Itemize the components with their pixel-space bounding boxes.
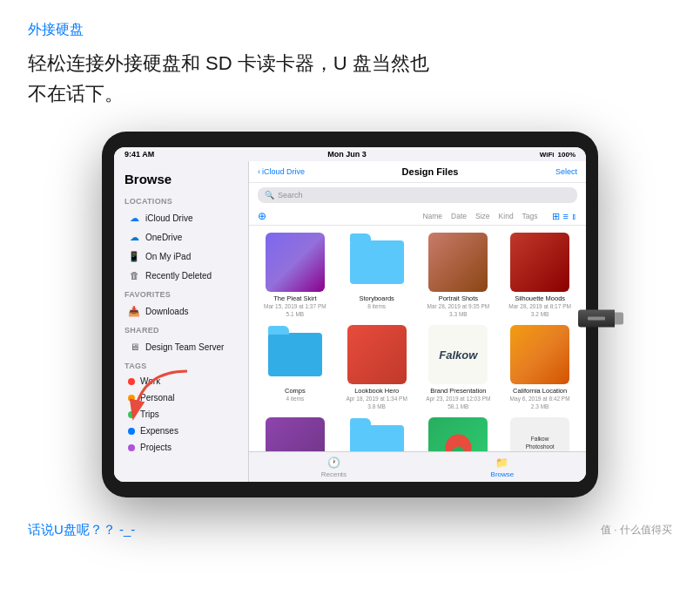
trash-label: Recently Deleted xyxy=(145,271,212,281)
sidebar-item-downloads[interactable]: 📥 Downloads xyxy=(118,301,245,321)
server-label: Design Team Server xyxy=(145,342,224,352)
sidebar-item-icloud[interactable]: ☁ iCloud Drive xyxy=(118,208,245,227)
section-desc: 轻松连接外接硬盘和 SD 卡读卡器，U 盘当然也不在话下。 xyxy=(28,48,672,109)
shared-label: Shared xyxy=(114,321,248,337)
status-bar: 9:41 AM Mon Jun 3 WiFi 100% xyxy=(114,147,586,161)
onedrive-label: OneDrive xyxy=(145,233,182,242)
ipad-device: 9:41 AM Mon Jun 3 WiFi 100% Browse Locat… xyxy=(102,132,598,497)
file-item-silhouette[interactable]: Silhouette Moods Mar 28, 2019 at 8:17 PM… xyxy=(502,233,577,318)
file-thumb-storyboards xyxy=(347,233,407,292)
view-icons: ⊞ ≡ ⫾ xyxy=(552,211,577,222)
file-item-comps[interactable]: Comps 4 items xyxy=(258,325,333,410)
search-bar: 🔍 Search xyxy=(249,183,586,207)
sidebar-item-trips[interactable]: Trips xyxy=(118,406,245,423)
personal-label: Personal xyxy=(140,393,174,403)
ipad-label: On My iPad xyxy=(145,252,191,261)
sidebar-item-expenses[interactable]: Expenses xyxy=(118,423,245,439)
trash-icon: 🗑 xyxy=(128,269,140,281)
file-thumb-lookbook xyxy=(347,325,407,384)
file-meta-comps: 4 items xyxy=(286,396,304,403)
columns-view-icon[interactable]: ⫾ xyxy=(572,211,577,222)
file-item-color[interactable]: Color Inspiration May 8, 2019 at 1:08 AM xyxy=(421,417,496,451)
status-time: 9:41 AM xyxy=(125,150,154,159)
file-item-photoshoot[interactable]: FalkowPhotoshootBrief Photoshoot Brief M… xyxy=(502,417,577,451)
file-item-pleat-skirt[interactable]: The Pleat Skirt Mar 15, 2019 at 1:37 PM5… xyxy=(258,233,333,318)
section-title: 外接硬盘 xyxy=(28,21,672,39)
usb-assembly xyxy=(578,310,626,328)
folder-icon-comps xyxy=(268,333,322,376)
battery-indicator: 100% xyxy=(558,151,575,159)
file-item-storyboards[interactable]: Storyboards 8 items xyxy=(340,233,414,318)
recents-icon: 🕐 xyxy=(327,457,340,469)
file-thumb-color xyxy=(428,417,488,451)
search-input[interactable]: 🔍 Search xyxy=(258,187,577,203)
file-thumb-pleat xyxy=(266,233,325,292)
status-bar-right: WiFi 100% xyxy=(540,151,575,159)
grid-view-icon[interactable]: ⊞ xyxy=(552,211,560,222)
browse-label: Browse xyxy=(491,470,515,478)
downloads-icon: 📥 xyxy=(128,305,140,317)
file-item-portrait[interactable]: Portrait Shots Mar 28, 2019 at 9:35 PM3.… xyxy=(421,233,496,318)
annotation-left: 话说U盘呢？？ -_- xyxy=(28,522,135,538)
usb-detail xyxy=(588,317,605,321)
file-name-storyboards: Storyboards xyxy=(359,294,394,302)
favorites-label: Favorites xyxy=(114,285,248,301)
work-label: Work xyxy=(140,376,160,386)
downloads-label: Downloads xyxy=(145,307,188,316)
file-name-brand: Brand Presentation xyxy=(430,387,486,395)
sidebar-item-projects[interactable]: Projects xyxy=(118,439,245,456)
file-name-lookbook: Lookbook Hero xyxy=(354,387,399,395)
top-section: 外接硬盘 轻松连接外接硬盘和 SD 卡读卡器，U 盘当然也不在话下。 xyxy=(0,0,700,123)
search-placeholder: Search xyxy=(278,191,303,200)
nav-bar: ‹ iCloud Drive Design Files Select xyxy=(249,161,586,183)
files-toolbar: ⊕ Name Date Size Kind Tags ⊞ ≡ ⫾ xyxy=(249,207,586,226)
file-item-lookbook[interactable]: Lookbook Hero Apr 18, 2019 at 1:34 PM3.8… xyxy=(340,325,414,410)
file-thumb-proposals xyxy=(347,417,407,451)
file-thumb-comps xyxy=(266,325,325,384)
file-meta-brand: Apr 23, 2019 at 12:03 PM58.1 MB xyxy=(426,396,490,410)
bottom-bar: 🕐 Recents 📁 Browse xyxy=(249,451,586,482)
locations-label: Locations xyxy=(114,192,248,208)
icloud-label: iCloud Drive xyxy=(145,213,192,223)
file-thumb-portrait xyxy=(428,233,488,292)
back-button[interactable]: ‹ iCloud Drive xyxy=(258,167,305,176)
onedrive-icon: ☁ xyxy=(128,231,140,243)
file-meta-lookbook: Apr 18, 2019 at 1:34 PM3.8 MB xyxy=(346,396,407,410)
sort-name[interactable]: Name xyxy=(422,212,442,220)
projects-dot xyxy=(128,444,135,451)
file-meta-storyboards: 8 items xyxy=(367,303,386,310)
sort-options: Name Date Size Kind Tags xyxy=(422,212,537,220)
tab-browse[interactable]: 📁 Browse xyxy=(491,457,515,478)
sidebar-item-trash[interactable]: 🗑 Recently Deleted xyxy=(118,266,245,285)
sidebar-item-onedrive[interactable]: ☁ OneDrive xyxy=(118,227,245,247)
projects-label: Projects xyxy=(140,443,172,452)
select-button[interactable]: Select xyxy=(555,167,577,176)
list-view-icon[interactable]: ≡ xyxy=(563,211,569,222)
file-thumb-silhouette xyxy=(510,233,569,292)
sidebar-item-server[interactable]: 🖥 Design Team Server xyxy=(118,337,245,356)
file-meta-california: May 6, 2019 at 8:42 PM2.3 MB xyxy=(510,396,570,410)
sidebar-item-work[interactable]: Work xyxy=(118,373,245,389)
add-folder-icon[interactable]: ⊕ xyxy=(258,210,266,222)
file-name-california: California Location xyxy=(513,387,567,395)
file-item-proposals[interactable]: Proposals 5 items xyxy=(340,417,414,451)
sidebar-item-ipad[interactable]: 📱 On My iPad xyxy=(118,247,245,266)
tab-recents[interactable]: 🕐 Recents xyxy=(321,457,347,478)
nav-title: Design Files xyxy=(305,166,555,177)
expenses-label: Expenses xyxy=(140,426,178,436)
file-item-california[interactable]: California Location May 6, 2019 at 8:42 … xyxy=(502,325,577,410)
server-icon: 🖥 xyxy=(128,341,140,353)
file-item-plum[interactable]: Plum Jacket May 8, 2019 at 4:22 PM18 MB xyxy=(258,417,333,451)
sort-size[interactable]: Size xyxy=(475,212,490,220)
file-item-brand[interactable]: Falkow Brand Presentation Apr 23, 2019 a… xyxy=(421,325,496,410)
file-thumb-california xyxy=(510,325,569,384)
tags-label: Tags xyxy=(114,356,248,373)
sort-date[interactable]: Date xyxy=(451,212,467,220)
sort-kind[interactable]: Kind xyxy=(499,212,514,220)
expenses-dot xyxy=(128,428,135,435)
logo-text: 值 · 什么值得买 xyxy=(601,523,672,538)
wifi-icon: WiFi xyxy=(540,151,555,159)
trips-label: Trips xyxy=(140,409,159,419)
sidebar-item-personal[interactable]: Personal xyxy=(118,389,245,406)
sort-tags[interactable]: Tags xyxy=(522,212,538,220)
